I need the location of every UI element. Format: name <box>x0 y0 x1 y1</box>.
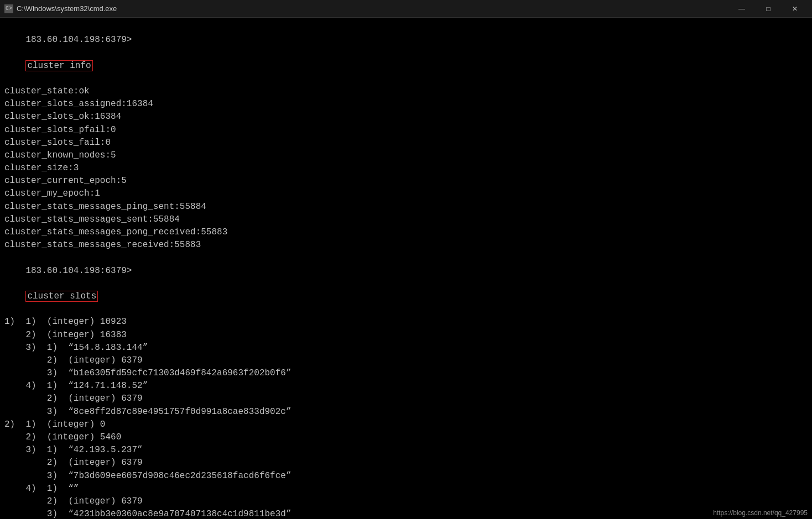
slots-line-11: 3) 1) “42.193.5.237” <box>4 444 808 457</box>
window-title: C:\Windows\system32\cmd.exe <box>17 4 117 13</box>
info-line-12: cluster_stats_messages_pong_received:558… <box>4 226 808 239</box>
slots-line-9: 2) 1) (integer) 0 <box>4 418 808 431</box>
title-bar-controls: — □ ✕ <box>729 0 808 18</box>
terminal: 183.60.104.198:6379> cluster info cluste… <box>0 18 812 519</box>
slots-line-13: 3) “7b3d609ee6057d908c46ec2d235618facd6f… <box>4 470 808 483</box>
slots-line-5: 3) “b1e6305fd59cfc71303d469f842a6963f202… <box>4 367 808 380</box>
slots-line-1: 1) 1) (integer) 10923 <box>4 316 808 328</box>
prompt-2: 183.60.104.198:6379> <box>25 266 132 276</box>
title-bar-left: C> C:\Windows\system32\cmd.exe <box>4 4 117 13</box>
slots-line-15: 2) (integer) 6379 <box>4 495 808 508</box>
prompt-line-1: 183.60.104.198:6379> cluster info <box>4 21 808 85</box>
prompt-1: 183.60.104.198:6379> <box>25 35 132 45</box>
slots-line-2: 2) (integer) 16383 <box>4 329 808 342</box>
info-line-10: cluster_stats_messages_ping_sent:55884 <box>4 201 808 213</box>
minimize-button[interactable]: — <box>729 0 754 18</box>
watermark: https://blog.csdn.net/qq_427995 <box>713 509 808 517</box>
info-line-3: cluster_slots_ok:16384 <box>4 111 808 123</box>
slots-line-16: 3) “4231bb3e0360ac8e9a707407138c4c1d9811… <box>4 508 808 519</box>
command-1: cluster info <box>25 60 92 71</box>
command-2: cluster slots <box>25 291 98 302</box>
info-line-11: cluster_stats_messages_sent:55884 <box>4 213 808 226</box>
slots-line-12: 2) (integer) 6379 <box>4 457 808 469</box>
info-line-5: cluster_slots_fail:0 <box>4 137 808 149</box>
cmd-icon: C> <box>4 4 13 13</box>
slots-line-10: 2) (integer) 5460 <box>4 431 808 444</box>
info-line-7: cluster_size:3 <box>4 162 808 175</box>
prompt-line-2: 183.60.104.198:6379> cluster slots <box>4 251 808 316</box>
slots-line-6: 4) 1) “124.71.148.52” <box>4 380 808 392</box>
info-line-9: cluster_my_epoch:1 <box>4 187 808 200</box>
slots-line-8: 3) “8ce8ff2d87c89e4951757f0d991a8cae833d… <box>4 406 808 418</box>
info-line-13: cluster_stats_messages_received:55883 <box>4 239 808 251</box>
maximize-button[interactable]: □ <box>756 0 781 18</box>
info-line-8: cluster_current_epoch:5 <box>4 175 808 187</box>
info-line-6: cluster_known_nodes:5 <box>4 149 808 162</box>
slots-line-4: 2) (integer) 6379 <box>4 354 808 367</box>
slots-line-7: 2) (integer) 6379 <box>4 392 808 405</box>
title-bar: C> C:\Windows\system32\cmd.exe — □ ✕ <box>0 0 812 18</box>
close-button[interactable]: ✕ <box>782 0 808 18</box>
slots-line-14: 4) 1) “” <box>4 483 808 495</box>
info-line-1: cluster_state:ok <box>4 85 808 98</box>
info-line-4: cluster_slots_pfail:0 <box>4 124 808 137</box>
slots-line-3: 3) 1) “154.8.183.144” <box>4 342 808 354</box>
info-line-2: cluster_slots_assigned:16384 <box>4 98 808 111</box>
